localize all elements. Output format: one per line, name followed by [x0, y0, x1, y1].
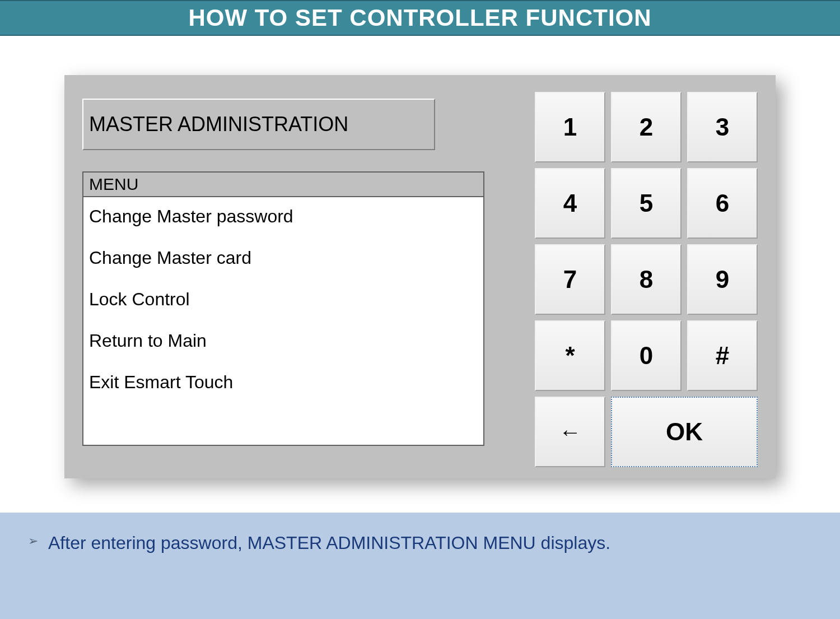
key-1[interactable]: 1: [535, 92, 605, 162]
panel-title-box: MASTER ADMINISTRATION: [82, 99, 435, 150]
panel-title: MASTER ADMINISTRATION: [89, 113, 348, 136]
key-star[interactable]: *: [535, 320, 605, 391]
keypad-grid: 1 2 3 4 5 6 7 8 9 * 0 # ← OK: [535, 92, 759, 467]
key-hash[interactable]: #: [687, 320, 758, 391]
menu-item-change-password[interactable]: Change Master password: [89, 207, 478, 225]
key-7[interactable]: 7: [535, 244, 605, 315]
menu-item-change-card[interactable]: Change Master card: [89, 249, 478, 267]
page-title: HOW TO SET CONTROLLER FUNCTION: [188, 4, 651, 31]
footer-text: After entering password, MASTER ADMINIST…: [48, 530, 610, 556]
key-8[interactable]: 8: [611, 244, 682, 315]
key-6[interactable]: 6: [687, 168, 758, 239]
key-ok[interactable]: OK: [611, 397, 758, 467]
menu-header: MENU: [83, 173, 483, 197]
key-4[interactable]: 4: [535, 168, 605, 239]
key-2[interactable]: 2: [611, 92, 682, 162]
key-3[interactable]: 3: [687, 92, 758, 162]
panel-container: MASTER ADMINISTRATION MENU Change Master…: [64, 75, 776, 478]
key-0[interactable]: 0: [611, 320, 682, 391]
key-9[interactable]: 9: [687, 244, 758, 315]
menu-item-lock-control[interactable]: Lock Control: [89, 290, 478, 308]
menu-item-return-main[interactable]: Return to Main: [89, 332, 478, 350]
admin-panel: MASTER ADMINISTRATION MENU Change Master…: [64, 75, 776, 478]
footer-section: ➢ After entering password, MASTER ADMINI…: [0, 513, 840, 619]
keypad: 1 2 3 4 5 6 7 8 9 * 0 # ← OK: [535, 92, 759, 467]
page-header: HOW TO SET CONTROLLER FUNCTION: [0, 0, 840, 36]
menu-items: Change Master password Change Master car…: [83, 197, 483, 425]
menu-box: MENU Change Master password Change Maste…: [82, 171, 484, 446]
bullet-icon: ➢: [28, 534, 38, 548]
key-backspace[interactable]: ←: [535, 397, 605, 467]
key-5[interactable]: 5: [611, 168, 682, 239]
menu-item-exit-esmart[interactable]: Exit Esmart Touch: [89, 373, 478, 391]
footer-bullet-line: ➢ After entering password, MASTER ADMINI…: [28, 530, 812, 556]
